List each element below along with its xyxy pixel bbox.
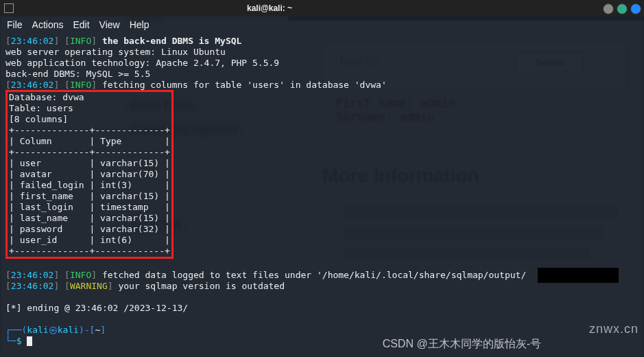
highlighted-table: Database: dvwa Table: users [8 columns] … [5,90,174,259]
titlebar[interactable]: kali@kali: ~ [0,0,644,16]
table-row: | user | varchar(15) | [9,158,170,168]
menu-edit[interactable]: Edit [73,19,89,30]
watermark-znwx: znwx.cn [589,322,639,336]
prompt-symbol: $ [16,336,22,346]
table-row: | password | varchar(32) | [9,224,170,234]
cols-line: [8 columns] [9,114,68,124]
table-row: | last_login | timestamp | [9,202,170,212]
line-backend: back-end DBMS: MySQL >= 5.5 [5,69,150,79]
level-warning: WARNING [70,281,108,291]
menu-file[interactable]: File [7,19,23,30]
table-row: | last_name | varchar(15) | [9,213,170,223]
table-row: | failed_login | int(3) | [9,180,170,190]
menu-actions[interactable]: Actions [32,19,64,30]
line-tech: web application technology: Apache 2.4.7… [5,58,279,68]
table-row: | user_id | int(6) | [9,235,170,245]
cursor[interactable] [27,336,32,346]
watermark-csdn: CSDN @王木木同学的版怡灰-号 [383,337,541,352]
terminal-window: kali@kali: ~ File Actions Edit View Help… [0,0,644,357]
window-title: kali@kali: ~ [247,3,292,13]
maximize-button[interactable] [617,3,628,14]
db-line: Database: dvwa [9,92,84,102]
tbl-line: Table: users [9,103,73,113]
ts: 23:46:02 [11,36,54,46]
close-button[interactable] [630,3,641,14]
level-info: INFO [70,36,91,46]
redaction-box [538,268,619,283]
minimize-button[interactable] [603,3,614,14]
menu-help[interactable]: Help [130,19,150,30]
menubar: File Actions Edit View Help [0,16,644,33]
menu-view[interactable]: View [99,19,120,30]
table-row: | first_name | varchar(15) | [9,191,170,201]
window-controls [603,3,641,14]
line-dbms: the back-end DBMS is MySQL [102,36,242,46]
terminal-output[interactable]: [23:46:02] [INFO] the back-end DBMS is M… [0,33,644,349]
ending-line: [*] ending @ 23:46:02 /2023-12-13/ [5,303,188,313]
terminal-icon [4,3,14,13]
table-row: | avatar | varchar(70) | [9,169,170,179]
line-os: web server operating system: Linux Ubunt… [5,47,226,57]
